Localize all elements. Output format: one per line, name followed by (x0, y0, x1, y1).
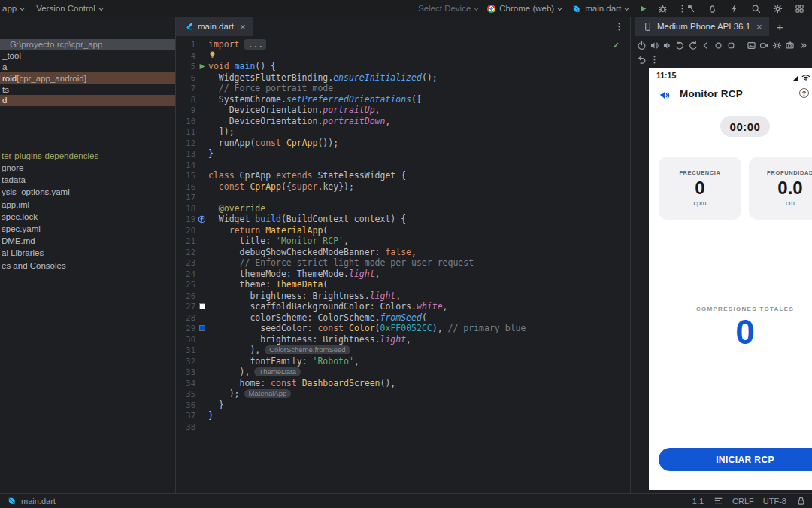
select-device-widget[interactable]: Select Device (418, 4, 478, 13)
code-line[interactable]: 24 themeMode: ThemeMode.light, (176, 269, 630, 280)
code-line[interactable]: 11 ]); (176, 126, 630, 138)
close-device-tab-icon[interactable]: × (756, 22, 762, 32)
build-icon[interactable] (685, 3, 695, 14)
tree-row[interactable]: ter-plugins-dependencies (0, 150, 175, 162)
volume-up-button[interactable] (649, 40, 659, 50)
color-swatch[interactable] (199, 303, 205, 309)
code-line[interactable]: 26 brightness: Brightness.light, (176, 291, 630, 302)
tree-row[interactable]: DME.md (0, 235, 175, 247)
file-encoding[interactable]: UTF-8 (763, 497, 786, 506)
override-icon[interactable] (195, 215, 208, 224)
screen-record-button[interactable] (759, 40, 769, 50)
code-line[interactable]: 5void main() { (176, 61, 630, 72)
notifications-icon[interactable] (707, 3, 717, 14)
code-line[interactable]: 32 fontFamily: 'Roboto', (176, 356, 630, 367)
code-line[interactable]: 18 @override (176, 203, 630, 214)
line-separator[interactable]: CRLF (732, 497, 754, 506)
code-line[interactable]: 37} (176, 410, 630, 421)
tab-options-icon[interactable] (614, 21, 624, 32)
editor-tab-main-dart[interactable]: main.dart × (176, 17, 253, 36)
run-line-icon[interactable] (195, 62, 208, 71)
run-button[interactable] (638, 3, 648, 14)
code-line[interactable]: 22 debugShowCheckedModeBanner: false, (176, 247, 630, 258)
tool-windows-icon[interactable] (794, 3, 804, 14)
back-navigation-button[interactable] (636, 54, 647, 65)
power-button[interactable] (636, 40, 647, 50)
code-line[interactable]: 9 DeviceOrientation.portraitUp, (176, 105, 630, 116)
code-line[interactable]: 10 DeviceOrientation.portraitDown, (176, 116, 630, 127)
tree-row[interactable]: spec.lock (0, 211, 175, 223)
code-line[interactable]: 17 (176, 192, 630, 203)
code-line[interactable]: 28 colorScheme: ColorScheme.fromSeed( (176, 312, 630, 324)
tree-row[interactable]: G:\proyecto rcp\cpr_app (0, 39, 175, 50)
tree-row[interactable]: spec.yaml (0, 223, 175, 235)
tree-row[interactable]: _tool (0, 50, 175, 62)
code-line[interactable]: 30 brightness: Brightness.light, (176, 334, 630, 345)
lock-icon[interactable] (795, 496, 806, 506)
code-line[interactable]: 12 runApp(const CprApp()); (176, 138, 630, 149)
code-line[interactable]: 27 scaffoldBackgroundColor: Colors.white… (176, 301, 630, 312)
color-swatch[interactable] (199, 325, 205, 331)
volume-icon[interactable] (659, 90, 670, 104)
code-line[interactable]: 6 WidgetsFlutterBinding.ensureInitialize… (176, 72, 630, 84)
code-line[interactable]: 33 ),ThemeData (176, 367, 630, 378)
code-line[interactable]: 14 (176, 160, 630, 171)
close-tab-icon[interactable]: × (240, 22, 246, 32)
screenshot-button[interactable] (746, 40, 756, 50)
tree-row[interactable]: d (0, 95, 175, 106)
code-line[interactable]: 21 title: 'Monitor RCP', (176, 236, 630, 247)
code-line[interactable]: 25 theme: ThemeData( (176, 279, 630, 291)
code-line[interactable]: 23 // Enforce strict light mode per user… (176, 257, 630, 269)
device-tab[interactable]: Medium Phone API 36.1 × (635, 17, 769, 36)
search-everywhere-icon[interactable] (750, 3, 761, 14)
overview-button[interactable] (726, 40, 736, 50)
rotate-right-button[interactable] (687, 40, 698, 50)
code-line[interactable]: 8 SystemChrome.setPreferredOrientations(… (176, 94, 630, 105)
device-screen[interactable]: 11:15 Monitor RCP ? 00:00 FRECUENCIA0cpm… (649, 68, 812, 490)
intention-bulb-icon[interactable] (208, 50, 217, 61)
vcs-widget[interactable]: Version Control (36, 4, 103, 13)
tree-row[interactable]: ts (0, 84, 175, 95)
camera-button[interactable] (784, 40, 795, 50)
code-line[interactable]: 35 );MaterialApp (176, 388, 630, 400)
device-settings-button[interactable] (771, 40, 782, 50)
back-button[interactable] (700, 40, 710, 50)
tree-row[interactable]: gnore (0, 162, 175, 174)
start-cpr-button[interactable]: INICIAR RCP (659, 448, 812, 471)
rotate-left-button[interactable] (674, 40, 685, 50)
project-widget[interactable]: app (2, 4, 24, 13)
code-line[interactable]: 31 ),ColorScheme.fromSeed (176, 345, 630, 356)
caret-position[interactable]: 1:1 (692, 497, 704, 506)
code-line[interactable]: 34 home: const DashboardScreen(), (176, 378, 630, 389)
code-line[interactable]: 1import ... (176, 39, 630, 50)
more-device-actions-icon[interactable] (797, 40, 807, 50)
code-line[interactable]: 36 } (176, 400, 630, 411)
settings-icon[interactable] (772, 3, 783, 14)
tree-row[interactable]: a (0, 62, 175, 73)
tree-row[interactable]: roid [cpr_app_android] (0, 72, 175, 84)
tree-row[interactable]: app.iml (0, 199, 175, 211)
tree-row[interactable]: es and Consoles (0, 259, 175, 271)
debug-button[interactable] (657, 3, 668, 14)
tree-row[interactable]: al Libraries (0, 247, 175, 259)
code-line[interactable]: 20 return MaterialApp( (176, 225, 630, 236)
code-line[interactable]: 29 seedColor: const Color(0xFF0052CC), /… (176, 323, 630, 334)
tree-row[interactable]: ysis_options.yaml (0, 186, 175, 198)
code-style-icon[interactable] (713, 496, 723, 506)
code-area[interactable]: 1import ...45void main() {6 WidgetsFlutt… (176, 39, 630, 432)
volume-down-button[interactable] (662, 40, 672, 50)
code-line[interactable]: 7 // Force portrait mode (176, 83, 630, 94)
help-icon[interactable]: ? (799, 88, 809, 98)
tree-row[interactable]: tadata (0, 174, 175, 186)
run-anything-icon[interactable] (729, 3, 739, 14)
code-line[interactable]: 38 (176, 421, 630, 433)
add-device-tab-button[interactable]: + (777, 17, 783, 36)
run-config-selector[interactable]: main.dart (571, 3, 629, 14)
device-menu-button[interactable] (649, 54, 659, 65)
code-line[interactable]: 16 const CprApp({super.key}); (176, 181, 630, 193)
home-button[interactable] (713, 40, 723, 50)
code-line[interactable]: 15class CprApp extends StatelessWidget { (176, 170, 630, 181)
code-line[interactable]: 19 Widget build(BuildContext context) { (176, 214, 630, 225)
code-line[interactable]: 13} (176, 148, 630, 160)
code-line[interactable]: 4 (176, 50, 630, 62)
